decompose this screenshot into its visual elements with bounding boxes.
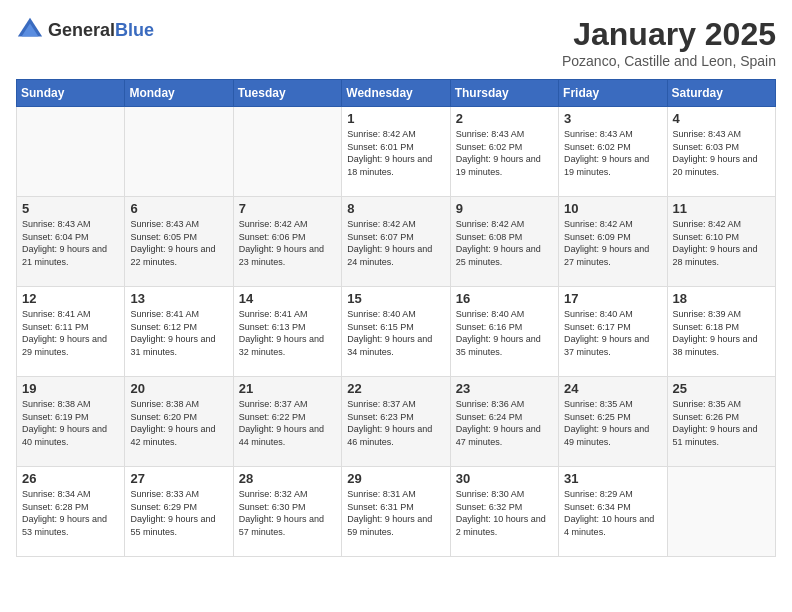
day-number: 8 (347, 201, 444, 216)
day-info: Sunrise: 8:33 AMSunset: 6:29 PMDaylight:… (130, 488, 227, 538)
calendar-cell: 20Sunrise: 8:38 AMSunset: 6:20 PMDayligh… (125, 377, 233, 467)
day-info: Sunrise: 8:36 AMSunset: 6:24 PMDaylight:… (456, 398, 553, 448)
day-number: 23 (456, 381, 553, 396)
day-number: 11 (673, 201, 770, 216)
day-info: Sunrise: 8:42 AMSunset: 6:10 PMDaylight:… (673, 218, 770, 268)
weekday-header: Tuesday (233, 80, 341, 107)
calendar-cell: 22Sunrise: 8:37 AMSunset: 6:23 PMDayligh… (342, 377, 450, 467)
day-info: Sunrise: 8:38 AMSunset: 6:19 PMDaylight:… (22, 398, 119, 448)
weekday-header: Wednesday (342, 80, 450, 107)
calendar-cell: 30Sunrise: 8:30 AMSunset: 6:32 PMDayligh… (450, 467, 558, 557)
day-info: Sunrise: 8:35 AMSunset: 6:26 PMDaylight:… (673, 398, 770, 448)
day-number: 9 (456, 201, 553, 216)
calendar-cell: 29Sunrise: 8:31 AMSunset: 6:31 PMDayligh… (342, 467, 450, 557)
calendar-cell: 6Sunrise: 8:43 AMSunset: 6:05 PMDaylight… (125, 197, 233, 287)
calendar-cell: 18Sunrise: 8:39 AMSunset: 6:18 PMDayligh… (667, 287, 775, 377)
logo-blue: Blue (115, 20, 154, 40)
day-info: Sunrise: 8:35 AMSunset: 6:25 PMDaylight:… (564, 398, 661, 448)
day-number: 15 (347, 291, 444, 306)
logo-text: GeneralBlue (48, 20, 154, 41)
day-info: Sunrise: 8:42 AMSunset: 6:07 PMDaylight:… (347, 218, 444, 268)
day-number: 17 (564, 291, 661, 306)
calendar-cell: 13Sunrise: 8:41 AMSunset: 6:12 PMDayligh… (125, 287, 233, 377)
day-info: Sunrise: 8:32 AMSunset: 6:30 PMDaylight:… (239, 488, 336, 538)
day-number: 21 (239, 381, 336, 396)
calendar-cell: 1Sunrise: 8:42 AMSunset: 6:01 PMDaylight… (342, 107, 450, 197)
calendar-week-row: 12Sunrise: 8:41 AMSunset: 6:11 PMDayligh… (17, 287, 776, 377)
day-info: Sunrise: 8:31 AMSunset: 6:31 PMDaylight:… (347, 488, 444, 538)
day-number: 18 (673, 291, 770, 306)
calendar-week-row: 5Sunrise: 8:43 AMSunset: 6:04 PMDaylight… (17, 197, 776, 287)
day-number: 1 (347, 111, 444, 126)
day-number: 5 (22, 201, 119, 216)
calendar-week-row: 19Sunrise: 8:38 AMSunset: 6:19 PMDayligh… (17, 377, 776, 467)
day-number: 29 (347, 471, 444, 486)
day-info: Sunrise: 8:42 AMSunset: 6:09 PMDaylight:… (564, 218, 661, 268)
weekday-header-row: SundayMondayTuesdayWednesdayThursdayFrid… (17, 80, 776, 107)
calendar-cell (233, 107, 341, 197)
day-number: 12 (22, 291, 119, 306)
calendar-cell: 25Sunrise: 8:35 AMSunset: 6:26 PMDayligh… (667, 377, 775, 467)
logo-general: General (48, 20, 115, 40)
weekday-header: Friday (559, 80, 667, 107)
day-info: Sunrise: 8:40 AMSunset: 6:17 PMDaylight:… (564, 308, 661, 358)
day-info: Sunrise: 8:29 AMSunset: 6:34 PMDaylight:… (564, 488, 661, 538)
calendar-cell: 16Sunrise: 8:40 AMSunset: 6:16 PMDayligh… (450, 287, 558, 377)
weekday-header: Thursday (450, 80, 558, 107)
day-info: Sunrise: 8:41 AMSunset: 6:13 PMDaylight:… (239, 308, 336, 358)
calendar-cell: 4Sunrise: 8:43 AMSunset: 6:03 PMDaylight… (667, 107, 775, 197)
calendar-cell: 17Sunrise: 8:40 AMSunset: 6:17 PMDayligh… (559, 287, 667, 377)
calendar-cell: 19Sunrise: 8:38 AMSunset: 6:19 PMDayligh… (17, 377, 125, 467)
calendar-cell: 14Sunrise: 8:41 AMSunset: 6:13 PMDayligh… (233, 287, 341, 377)
day-info: Sunrise: 8:37 AMSunset: 6:22 PMDaylight:… (239, 398, 336, 448)
day-info: Sunrise: 8:41 AMSunset: 6:11 PMDaylight:… (22, 308, 119, 358)
day-number: 6 (130, 201, 227, 216)
day-info: Sunrise: 8:43 AMSunset: 6:04 PMDaylight:… (22, 218, 119, 268)
day-info: Sunrise: 8:38 AMSunset: 6:20 PMDaylight:… (130, 398, 227, 448)
day-number: 10 (564, 201, 661, 216)
logo-icon (16, 16, 44, 44)
weekday-header: Saturday (667, 80, 775, 107)
logo: GeneralBlue (16, 16, 154, 44)
calendar-title: January 2025 (562, 16, 776, 53)
day-info: Sunrise: 8:40 AMSunset: 6:16 PMDaylight:… (456, 308, 553, 358)
calendar-cell: 21Sunrise: 8:37 AMSunset: 6:22 PMDayligh… (233, 377, 341, 467)
calendar-cell (125, 107, 233, 197)
day-number: 30 (456, 471, 553, 486)
day-info: Sunrise: 8:40 AMSunset: 6:15 PMDaylight:… (347, 308, 444, 358)
day-info: Sunrise: 8:34 AMSunset: 6:28 PMDaylight:… (22, 488, 119, 538)
day-number: 24 (564, 381, 661, 396)
calendar-cell: 26Sunrise: 8:34 AMSunset: 6:28 PMDayligh… (17, 467, 125, 557)
day-info: Sunrise: 8:30 AMSunset: 6:32 PMDaylight:… (456, 488, 553, 538)
calendar-cell: 3Sunrise: 8:43 AMSunset: 6:02 PMDaylight… (559, 107, 667, 197)
title-area: January 2025 Pozanco, Castille and Leon,… (562, 16, 776, 69)
day-number: 4 (673, 111, 770, 126)
day-info: Sunrise: 8:43 AMSunset: 6:02 PMDaylight:… (456, 128, 553, 178)
calendar-cell: 9Sunrise: 8:42 AMSunset: 6:08 PMDaylight… (450, 197, 558, 287)
day-number: 7 (239, 201, 336, 216)
calendar-cell: 2Sunrise: 8:43 AMSunset: 6:02 PMDaylight… (450, 107, 558, 197)
calendar-cell: 5Sunrise: 8:43 AMSunset: 6:04 PMDaylight… (17, 197, 125, 287)
calendar-cell: 10Sunrise: 8:42 AMSunset: 6:09 PMDayligh… (559, 197, 667, 287)
calendar-cell: 28Sunrise: 8:32 AMSunset: 6:30 PMDayligh… (233, 467, 341, 557)
weekday-header: Sunday (17, 80, 125, 107)
day-number: 28 (239, 471, 336, 486)
day-info: Sunrise: 8:42 AMSunset: 6:08 PMDaylight:… (456, 218, 553, 268)
day-number: 2 (456, 111, 553, 126)
calendar-subtitle: Pozanco, Castille and Leon, Spain (562, 53, 776, 69)
day-info: Sunrise: 8:37 AMSunset: 6:23 PMDaylight:… (347, 398, 444, 448)
day-info: Sunrise: 8:41 AMSunset: 6:12 PMDaylight:… (130, 308, 227, 358)
calendar-table: SundayMondayTuesdayWednesdayThursdayFrid… (16, 79, 776, 557)
day-number: 27 (130, 471, 227, 486)
calendar-cell: 7Sunrise: 8:42 AMSunset: 6:06 PMDaylight… (233, 197, 341, 287)
day-info: Sunrise: 8:43 AMSunset: 6:02 PMDaylight:… (564, 128, 661, 178)
day-number: 19 (22, 381, 119, 396)
day-info: Sunrise: 8:43 AMSunset: 6:03 PMDaylight:… (673, 128, 770, 178)
calendar-cell: 31Sunrise: 8:29 AMSunset: 6:34 PMDayligh… (559, 467, 667, 557)
day-number: 25 (673, 381, 770, 396)
calendar-cell: 11Sunrise: 8:42 AMSunset: 6:10 PMDayligh… (667, 197, 775, 287)
page-header: GeneralBlue January 2025 Pozanco, Castil… (16, 16, 776, 69)
day-number: 20 (130, 381, 227, 396)
day-info: Sunrise: 8:42 AMSunset: 6:06 PMDaylight:… (239, 218, 336, 268)
day-number: 13 (130, 291, 227, 306)
